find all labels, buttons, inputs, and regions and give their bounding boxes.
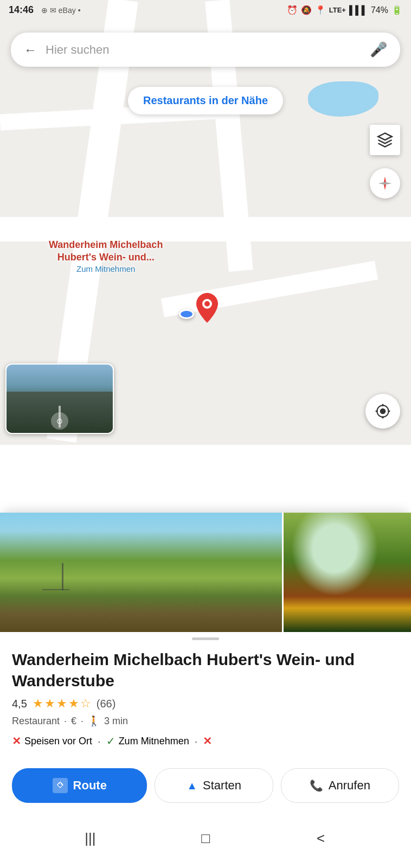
photo-secondary-image	[284, 513, 411, 632]
details-row: Restaurant · € · 🚶 3 min	[12, 715, 399, 727]
price-level: €	[71, 716, 76, 727]
red-pin-icon	[195, 293, 219, 323]
location-icon: 📍	[315, 5, 326, 15]
photo-main-image	[0, 513, 282, 632]
walk-icon: 🚶	[88, 715, 100, 727]
back-nav-button[interactable]: <	[307, 825, 335, 852]
dine-in-unavailable-icon: ✕	[12, 735, 21, 748]
photo-landscape[interactable]	[0, 513, 282, 632]
mute-icon: 🔕	[301, 5, 312, 15]
rating-row: 4,5 ★ ★ ★ ★ ☆ (66)	[12, 697, 399, 711]
layers-icon	[377, 132, 393, 148]
system-nav-bar: ||| □ <	[0, 814, 411, 868]
back-icon: <	[317, 830, 325, 847]
place-info-section: Wanderheim Michelbach Hubert's Wein- und…	[0, 643, 411, 768]
user-location-dot	[179, 309, 194, 319]
svg-point-4	[380, 409, 386, 414]
takeaway-service: ✓ Zum Mitnehmen	[106, 735, 189, 748]
map-view[interactable]: 14:46 ⊕ ✉ eBay • ⏰ 🔕 📍 LTE+ ▌▌▌ 74% 🔋 ← …	[0, 0, 411, 445]
review-count: (66)	[97, 698, 116, 710]
wire-element	[42, 589, 69, 590]
microphone-icon[interactable]: 🎤	[370, 41, 387, 58]
route-button[interactable]: Route	[12, 768, 147, 803]
diamond-arrow-icon	[55, 781, 65, 790]
navigate-icon: ▲	[187, 780, 197, 792]
start-button[interactable]: ▲ Starten	[155, 768, 273, 803]
drag-handle	[192, 637, 219, 640]
takeaway-available-icon: ✓	[106, 735, 115, 748]
phone-icon: 📞	[310, 779, 323, 792]
dine-in-service: ✕ Speisen vor Ort	[12, 735, 92, 748]
place-name: Wanderheim Michelbach Hubert's Wein- und…	[12, 649, 399, 691]
map-road	[161, 261, 378, 317]
action-buttons: Route ▲ Starten 📞 Anrufen	[0, 768, 411, 814]
home-icon: □	[201, 830, 210, 847]
compass-button[interactable]	[370, 168, 400, 199]
notification-icons: ⊕ ✉ eBay •	[41, 6, 80, 15]
signal-bars: ▌▌▌	[349, 5, 368, 15]
services-row: ✕ Speisen vor Ort · ✓ Zum Mitnehmen · ✕	[12, 735, 399, 748]
menu-button[interactable]: |||	[76, 825, 104, 852]
battery-indicator: 74%	[371, 5, 388, 15]
street-view-icon: ⊙	[51, 412, 68, 430]
star-4: ★	[68, 697, 79, 711]
star-rating: ★ ★ ★ ★ ☆	[33, 697, 91, 711]
rating-number: 4,5	[12, 698, 27, 710]
svg-point-3	[204, 301, 210, 307]
place-panel: Wanderheim Michelbach Hubert's Wein- und…	[0, 513, 411, 868]
lte-indicator: LTE+	[329, 6, 346, 14]
third-service-unavailable-icon: ✕	[203, 735, 212, 748]
photo-food[interactable]	[284, 513, 411, 632]
status-time: 14:46 ⊕ ✉ eBay •	[9, 4, 81, 16]
search-input[interactable]: Hier suchen	[46, 43, 370, 57]
route-directions-icon	[53, 778, 68, 793]
location-pin[interactable]	[195, 293, 219, 325]
status-right: ⏰ 🔕 📍 LTE+ ▌▌▌ 74% 🔋	[287, 5, 402, 15]
star-2: ★	[44, 697, 55, 711]
star-1: ★	[33, 697, 43, 711]
map-location-label: Wanderheim Michelbach Hubert's Wein- und…	[49, 239, 163, 273]
alarm-icon: ⏰	[287, 5, 298, 15]
takeaway-label: Zum Mitnehmen	[119, 736, 189, 747]
tower-element	[62, 563, 63, 590]
my-location-icon	[374, 403, 391, 420]
walk-time: 3 min	[104, 716, 128, 727]
battery-icon: 🔋	[391, 5, 402, 15]
nearby-restaurants-chip[interactable]: Restaurants in der Nähe	[128, 87, 283, 114]
map-layer-button[interactable]	[370, 125, 400, 155]
back-button[interactable]: ←	[24, 42, 37, 58]
compass-icon	[377, 175, 393, 192]
home-button[interactable]: □	[192, 825, 219, 852]
search-bar[interactable]: ← Hier suchen 🎤	[11, 33, 400, 67]
street-view-thumbnail[interactable]: ⊙	[5, 363, 114, 434]
dine-in-label: Speisen vor Ort	[24, 736, 92, 747]
call-button[interactable]: 📞 Anrufen	[281, 768, 399, 803]
recents-icon: |||	[85, 830, 95, 847]
svg-marker-1	[378, 182, 392, 185]
place-type: Restaurant	[12, 716, 60, 727]
map-road	[0, 217, 411, 241]
place-photos[interactable]	[0, 513, 411, 632]
my-location-button[interactable]	[365, 394, 400, 429]
star-3: ★	[56, 697, 67, 711]
star-5-half: ☆	[80, 697, 91, 711]
status-bar: 14:46 ⊕ ✉ eBay • ⏰ 🔕 📍 LTE+ ▌▌▌ 74% 🔋	[0, 0, 411, 18]
